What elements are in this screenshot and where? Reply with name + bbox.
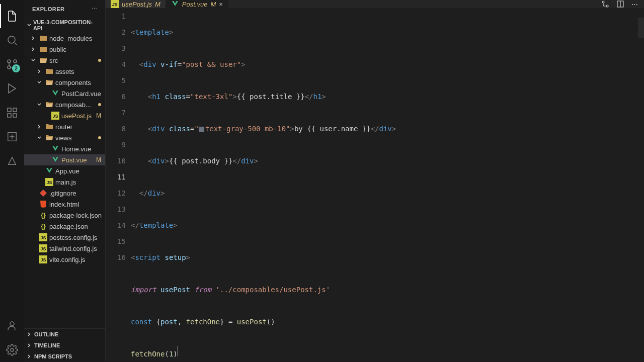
minimap[interactable] [638,18,644,38]
color-swatch-icon [199,127,204,132]
tab-post[interactable]: Post.vue M × [166,0,228,8]
tree-item-assets[interactable]: assets [24,66,105,77]
split-editor-icon[interactable] [616,0,624,8]
scm-badge: 2 [12,64,20,72]
tree-item-views[interactable]: views [24,132,105,143]
main: JS usePost.js M Post.vue M × ⋯ 123456789… [106,0,644,362]
search-icon[interactable] [0,28,24,52]
svg-text:{}: {} [41,212,46,219]
tab-actions: ⋯ [601,0,644,8]
editor[interactable]: 12345678910111213141516 <template> <div … [106,8,644,362]
sidebar-title: EXPLORER [32,6,65,12]
tree-item-usepost-js[interactable]: JSusePost.jsM [24,110,105,121]
file-tree: node_modulespublicsrcassetscomponentsPos… [24,33,105,328]
npm-icon[interactable] [0,125,24,149]
svg-text:JS: JS [112,2,117,7]
svg-point-3 [8,60,11,63]
extensions-icon[interactable] [0,101,24,125]
tree-item-components[interactable]: components [24,77,105,88]
svg-rect-7 [13,114,17,117]
svg-text:JS: JS [40,246,46,251]
sidebar-header: EXPLORER ⋯ [24,0,105,18]
svg-rect-5 [13,108,17,112]
chevron-down-icon [26,22,32,28]
tree-item-main-js[interactable]: JSmain.js [24,176,105,188]
tree-item-package-lock-json[interactable]: {}package-lock.json [24,210,105,221]
svg-text:JS: JS [40,235,46,240]
tree-item-public[interactable]: public [24,44,105,55]
sidebar: EXPLORER ⋯ VUE-3-COMPOSITION-API node_mo… [24,0,106,362]
svg-rect-4 [8,108,11,112]
tree-item--gitignore[interactable]: .gitignore [24,188,105,199]
js-icon: JS [111,0,119,8]
npm-scripts-section[interactable]: NPM SCRIPTS [24,351,105,362]
sidebar-more-icon[interactable]: ⋯ [92,6,98,12]
settings-gear-icon[interactable] [0,338,24,362]
more-actions-icon[interactable]: ⋯ [631,1,638,8]
chevron-right-icon [26,331,32,337]
explorer-icon[interactable] [0,4,24,28]
svg-rect-6 [8,114,11,117]
account-icon[interactable] [0,314,24,338]
tree-item-router[interactable]: router [24,121,105,132]
project-title[interactable]: VUE-3-COMPOSITION-API [24,18,105,33]
svg-text:JS: JS [46,180,52,185]
svg-point-9 [10,322,14,326]
svg-text:JS: JS [52,114,58,119]
tree-item-postcard-vue[interactable]: PostCard.vue [24,88,105,99]
tabs: JS usePost.js M Post.vue M × ⋯ [106,0,644,8]
tree-item-node_modules[interactable]: node_modules [24,33,105,44]
code-area[interactable]: <template> <div v-if="post && user"> <h1… [131,8,644,362]
tree-item-index-html[interactable]: index.html [24,199,105,210]
tree-item-package-json[interactable]: {}package.json [24,221,105,232]
tree-item-app-vue[interactable]: App.vue [24,165,105,176]
tree-item-postcss-config-js[interactable]: JSpostcss.config.js [24,232,105,243]
chevron-right-icon [26,353,32,359]
svg-text:JS: JS [40,257,46,262]
compare-icon[interactable] [601,0,609,8]
tree-item-composab-[interactable]: composab... [24,99,105,110]
activity-bar: 2 [0,0,24,362]
tab-usepost[interactable]: JS usePost.js M [106,0,166,8]
tree-item-tailwind-config-js[interactable]: JStailwind.config.js [24,243,105,254]
tree-item-post-vue[interactable]: Post.vueM [24,154,105,165]
svg-point-26 [606,5,608,7]
sidebar-footer: OUTLINE TIMELINE NPM SCRIPTS [24,328,105,362]
timeline-section[interactable]: TIMELINE [24,340,105,351]
run-debug-icon[interactable] [0,76,24,101]
source-control-icon[interactable]: 2 [0,52,24,76]
close-icon[interactable]: × [219,1,223,8]
line-gutter: 12345678910111213141516 [106,8,131,362]
svg-point-1 [14,60,17,63]
outline-section[interactable]: OUTLINE [24,329,105,340]
tree-item-src[interactable]: src [24,55,105,66]
vue-icon [171,0,179,8]
svg-text:{}: {} [41,223,46,230]
triangle-icon[interactable] [0,149,24,173]
svg-point-25 [602,1,604,3]
svg-point-10 [11,348,14,351]
svg-point-0 [8,36,15,43]
tree-item-vite-config-js[interactable]: JSvite.config.js [24,254,105,265]
tree-item-home-vue[interactable]: Home.vue [24,143,105,154]
text-cursor [178,346,178,356]
chevron-right-icon [26,342,32,348]
